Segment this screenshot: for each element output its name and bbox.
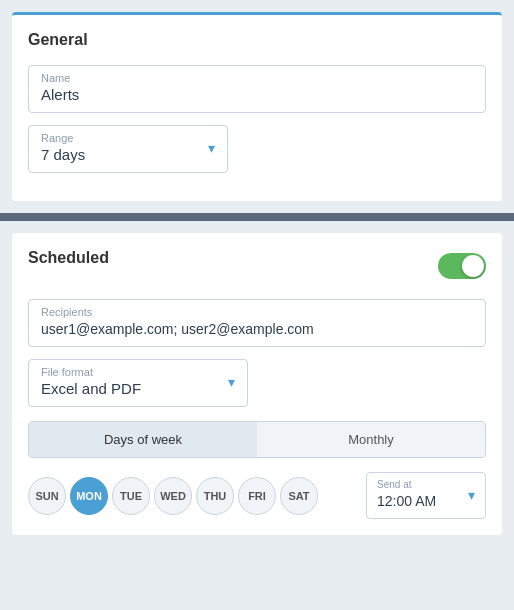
send-at-dropdown[interactable]: Send at 12:00 AM ▾ bbox=[366, 472, 486, 519]
toggle-knob bbox=[462, 255, 484, 277]
send-at-inner: Send at 12:00 AM bbox=[377, 479, 460, 510]
send-at-label: Send at bbox=[377, 479, 460, 490]
range-chevron-down-icon: ▾ bbox=[208, 140, 215, 156]
name-field-container[interactable]: Name Alerts bbox=[28, 65, 486, 113]
file-format-label: File format bbox=[41, 366, 220, 378]
general-title: General bbox=[28, 31, 486, 49]
general-section: General Name Alerts Range 7 days ▾ bbox=[12, 12, 502, 201]
scheduled-title: Scheduled bbox=[28, 249, 109, 267]
file-format-inner: File format Excel and PDF bbox=[41, 366, 220, 398]
file-format-chevron-down-icon: ▾ bbox=[228, 374, 235, 390]
day-wed[interactable]: WED bbox=[154, 477, 192, 515]
schedule-tabs: Days of week Monthly bbox=[28, 421, 486, 458]
name-value: Alerts bbox=[41, 86, 79, 103]
page-wrapper: General Name Alerts Range 7 days ▾ Sched… bbox=[0, 12, 514, 535]
range-field-group: Range 7 days ▾ bbox=[28, 125, 486, 173]
days-sendat-row: SUN MON TUE WED THU FRI SAT Send at 12:0… bbox=[28, 472, 486, 519]
send-at-value: 12:00 AM bbox=[377, 493, 436, 509]
range-select-inner: Range 7 days bbox=[41, 132, 200, 164]
scheduled-toggle[interactable] bbox=[438, 253, 486, 279]
send-at-chevron-down-icon: ▾ bbox=[468, 487, 475, 503]
name-field-group: Name Alerts bbox=[28, 65, 486, 113]
range-label: Range bbox=[41, 132, 200, 144]
day-mon[interactable]: MON bbox=[70, 477, 108, 515]
scheduled-header: Scheduled bbox=[28, 249, 486, 283]
range-value: 7 days bbox=[41, 146, 85, 163]
recipients-field[interactable]: Recipients user1@example.com; user2@exam… bbox=[28, 299, 486, 347]
recipients-label: Recipients bbox=[41, 306, 473, 318]
range-dropdown[interactable]: Range 7 days ▾ bbox=[28, 125, 228, 173]
scheduled-section: Scheduled Recipients user1@example.com; … bbox=[12, 233, 502, 535]
tab-monthly[interactable]: Monthly bbox=[257, 422, 485, 457]
section-divider bbox=[0, 213, 514, 221]
day-sat[interactable]: SAT bbox=[280, 477, 318, 515]
days-container: SUN MON TUE WED THU FRI SAT bbox=[28, 477, 358, 515]
file-format-dropdown[interactable]: File format Excel and PDF ▾ bbox=[28, 359, 248, 407]
tab-days-of-week[interactable]: Days of week bbox=[29, 422, 257, 457]
day-sun[interactable]: SUN bbox=[28, 477, 66, 515]
day-fri[interactable]: FRI bbox=[238, 477, 276, 515]
day-tue[interactable]: TUE bbox=[112, 477, 150, 515]
name-label: Name bbox=[41, 72, 473, 84]
recipients-value: user1@example.com; user2@example.com bbox=[41, 321, 314, 337]
file-format-value: Excel and PDF bbox=[41, 380, 141, 397]
day-thu[interactable]: THU bbox=[196, 477, 234, 515]
